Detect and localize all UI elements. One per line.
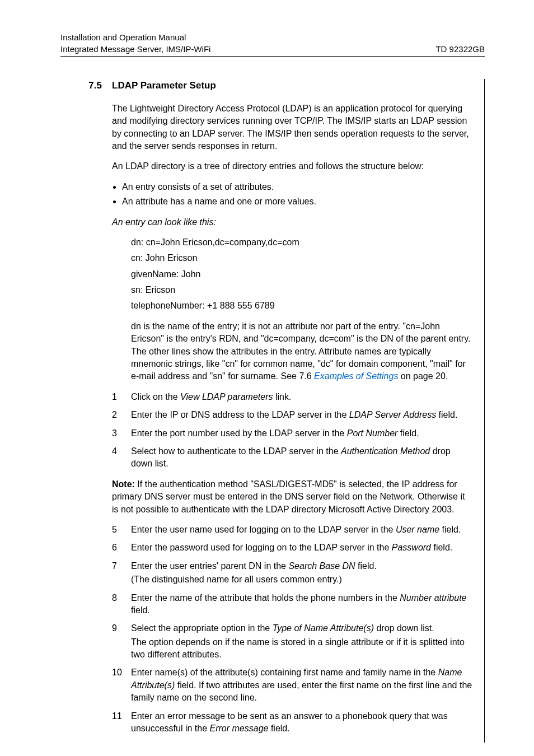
- step-row: 2 Enter the IP or DNS address to the LDA…: [112, 409, 473, 421]
- step-text: Enter the password used for logging on t…: [131, 542, 473, 554]
- section-number: 7.5: [60, 79, 112, 743]
- step-text: Enter the IP or DNS address to the LDAP …: [131, 409, 473, 421]
- note-label: Note:: [112, 479, 135, 489]
- bullet-item: An entry consists of a set of attributes…: [122, 181, 473, 193]
- dn-explanation: dn is the name of the entry; it is not a…: [131, 320, 473, 383]
- step-row: 1 Click on the View LDAP parameters link…: [112, 391, 473, 403]
- step-number: 3: [112, 427, 131, 440]
- step-number: 11: [112, 710, 131, 735]
- section-title: LDAP Parameter Setup: [112, 79, 473, 92]
- dn-example: dn: cn=John Ericson,dc=company,dc=com cn…: [131, 236, 473, 312]
- dn-line: telephoneNumber: +1 888 555 6789: [131, 300, 473, 312]
- step-subtext: The option depends on if the name is sto…: [131, 636, 473, 661]
- step-row: 6 Enter the password used for logging on…: [112, 542, 473, 554]
- step-number: 2: [112, 409, 131, 421]
- step-text: Select the appropriate option in the Typ…: [131, 622, 473, 634]
- step-number: 5: [112, 524, 131, 536]
- step-row: 5 Enter the user name used for logging o…: [112, 524, 473, 536]
- step-number: 10: [112, 666, 131, 704]
- bullet-item: An attribute has a name and one or more …: [122, 195, 473, 208]
- step-text: Enter name(s) of the attribute(s) contai…: [131, 666, 473, 704]
- header-rule: [60, 56, 485, 57]
- steps-group-a: 1 Click on the View LDAP parameters link…: [112, 391, 473, 470]
- header-right: TD 92322GB: [435, 43, 485, 55]
- paragraph-tree: An LDAP directory is a tree of directory…: [112, 160, 473, 172]
- step-text: Enter the port number used by the LDAP s…: [131, 427, 473, 440]
- step-row: 8 Enter the name of the attribute that h…: [112, 592, 473, 617]
- step-number: 8: [112, 592, 131, 617]
- content-column: LDAP Parameter Setup The Lightweight Dir…: [112, 79, 473, 743]
- step-text: Select how to authenticate to the LDAP s…: [131, 445, 473, 470]
- dn-line: givenName: John: [131, 268, 473, 281]
- step-number: 7: [112, 560, 131, 572]
- step-row: 11 Enter an error message to be sent as …: [112, 710, 473, 735]
- note-paragraph: Note: If the authentication method "SASL…: [112, 478, 473, 516]
- examples-prefix: 7.6: [299, 371, 314, 381]
- bullet-list: An entry consists of a set of attributes…: [112, 181, 473, 208]
- step-number: 4: [112, 445, 131, 470]
- step-row: 3 Enter the port number used by the LDAP…: [112, 427, 473, 440]
- step-subtext: (The distinguished name for all users co…: [131, 573, 473, 586]
- examples-of-settings-link[interactable]: Examples of Settings: [314, 371, 398, 381]
- steps-group-b: 5 Enter the user name used for logging o…: [112, 524, 473, 735]
- dn-line: cn: John Ericson: [131, 252, 473, 264]
- step-row: 9 Select the appropriate option in the T…: [112, 622, 473, 634]
- entry-example-caption: An entry can look like this:: [112, 216, 473, 228]
- step-number: 9: [112, 622, 131, 634]
- step-text: Click on the View LDAP parameters link.: [131, 391, 473, 403]
- page-header: Installation and Operation Manual Integr…: [60, 31, 485, 79]
- step-row: 4 Select how to authenticate to the LDAP…: [112, 445, 473, 470]
- page: Installation and Operation Manual Integr…: [0, 0, 534, 756]
- dn-line: dn: cn=John Ericson,dc=company,dc=com: [131, 236, 473, 249]
- step-text: Enter the user entries' parent DN in the…: [131, 560, 473, 572]
- step-number: 6: [112, 542, 131, 554]
- step-text: Enter an error message to be sent as an …: [131, 710, 473, 735]
- step-text: Enter the name of the attribute that hol…: [131, 592, 473, 617]
- step-row: 7 Enter the user entries' parent DN in t…: [112, 560, 473, 572]
- header-left-1: Installation and Operation Manual: [60, 31, 186, 43]
- paragraph-intro: The Lightweight Directory Access Protoco…: [112, 102, 473, 153]
- step-row: 10 Enter name(s) of the attribute(s) con…: [112, 666, 473, 704]
- step-number: 1: [112, 391, 131, 403]
- dn-line: sn: Ericson: [131, 284, 473, 296]
- header-left-2: Integrated Message Server, IMS/IP-WiFi: [60, 43, 210, 55]
- step-text: Enter the user name used for logging on …: [131, 524, 473, 536]
- content-wrap: 7.5 LDAP Parameter Setup The Lightweight…: [60, 79, 485, 743]
